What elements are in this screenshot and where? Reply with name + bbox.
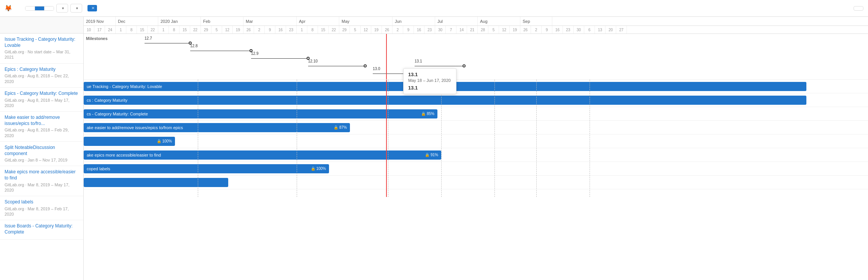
timeline-month: 2020 Jan (158, 17, 201, 26)
sidebar-item-meta: GitLab.org · Mar 8, 2019 – Feb 17, 2020 (5, 206, 79, 217)
gantt-bar-text: cs : Category Maturity (87, 98, 127, 102)
gantt-row[interactable]: coped labels🔒 100% (84, 162, 868, 176)
gantt-bar[interactable]: 🔒 100% (84, 137, 175, 146)
timeline-day: 23 (286, 26, 297, 34)
timeline-month: Dec (116, 17, 158, 26)
gantt-bar[interactable] (84, 178, 228, 187)
timeline-day: 15 (180, 26, 190, 34)
sidebar-item[interactable]: Scoped labels GitLab.org · Mar 8, 2019 –… (0, 196, 83, 220)
milestone-line (145, 43, 190, 43)
timeline-day: 1 (116, 26, 126, 34)
gantt-bar-percent: 🔒 87% (331, 125, 347, 130)
timeline-day: 13 (595, 26, 606, 34)
timeline-day: 15 (318, 26, 329, 34)
gantt-bar-percent: 🔒 100% (308, 166, 326, 171)
sidebar-item-meta: GitLab.org · Jan 8 – Nov 17, 2019 (5, 157, 79, 163)
milestone-line (190, 51, 251, 51)
sidebar-item[interactable]: Epics : Category Maturity GitLab.org · A… (0, 64, 83, 88)
gantt-row[interactable]: ake epics more accessible/easier to find… (84, 148, 868, 162)
timeline-day: 22 (148, 26, 158, 34)
gitlab-icon: 🦊 (5, 5, 12, 12)
vertical-grid-line (494, 80, 495, 197)
timeline-day: 2 (393, 26, 403, 34)
milestone-tooltip: 13.1 May 18 – Jun 17, 2020 13.1 (403, 68, 456, 94)
sidebar-item[interactable]: Split NoteableDiscussion component GitLa… (0, 142, 83, 166)
timeline-day: 12 (222, 26, 233, 34)
sidebar: Issue Tracking - Category Maturity: Lova… (0, 17, 84, 280)
milestones-label: Milestones (86, 36, 108, 41)
sidebar-item-title: Split NoteableDiscussion component (5, 145, 79, 157)
timeline-day: 20 (606, 26, 616, 34)
breadcrumb: 🦊 (5, 5, 17, 12)
sidebar-item-meta: GitLab.org · Aug 8, 2018 – Feb 29, 2020 (5, 127, 79, 138)
start-date-button[interactable] (854, 6, 863, 11)
milestones-header (0, 17, 83, 34)
label-filter: ✕ (84, 5, 97, 11)
sidebar-item-title: Make easier to add/remove issues/epics t… (5, 115, 79, 126)
sidebar-item[interactable]: Issue Tracking - Category Maturity: Lova… (0, 34, 83, 64)
sidebar-item[interactable]: Make easier to add/remove issues/epics t… (0, 112, 83, 142)
gantt-row[interactable]: ake easier to add/remove issues/epics to… (84, 121, 868, 134)
timeline-day: 8 (126, 26, 137, 34)
timeline-day: 19 (233, 26, 243, 34)
sidebar-item-title: Epics - Category Maturity: Complete (5, 91, 79, 97)
gantt-bar-text: coped labels (87, 166, 110, 171)
vertical-grid-line (441, 80, 442, 197)
timeline-day: 28 (478, 26, 488, 34)
recent-searches-button[interactable]: ▾ (70, 4, 82, 13)
timeline-day: 15 (137, 26, 148, 34)
gantt-bar[interactable]: ake epics more accessible/easier to find… (84, 150, 441, 160)
milestone-line (415, 66, 464, 66)
timeline-day: 26 (382, 26, 393, 34)
timeline-day: 30 (574, 26, 584, 34)
sidebar-item[interactable]: Issue Boards - Category Maturity: Comple… (0, 220, 83, 239)
timeline-day: 12 (499, 26, 510, 34)
gantt-bar[interactable]: coped labels🔒 100% (84, 164, 329, 173)
timeline-day: 7 (446, 26, 456, 34)
milestone-line (308, 66, 365, 66)
milestone-label: 13.1 (415, 59, 422, 63)
weeks-button[interactable] (45, 6, 54, 10)
timeline-months: 2019 NovDec2020 JanFebMarAprMayJunJulAug… (84, 17, 868, 26)
sidebar-item[interactable]: Epics - Category Maturity: Complete GitL… (0, 88, 83, 112)
timeline-month: Mar (243, 17, 297, 26)
milestone-label: 12.7 (145, 36, 152, 40)
sidebar-item[interactable]: Make epics more accessible/easier to fin… (0, 166, 83, 196)
top-bar: 🦊 ▾ ▾ ✕ (0, 0, 868, 17)
timeline-month: Aug (478, 17, 520, 26)
timeline-day: 29 (339, 26, 350, 34)
timeline-day: 1 (158, 26, 169, 34)
timeline-day: 26 (243, 26, 254, 34)
view-toggle (25, 6, 54, 11)
gantt-content: ue Tracking - Category Maturity: Lovable… (84, 80, 868, 232)
milestone-label: 12.8 (190, 44, 197, 48)
gantt-area[interactable]: 2019 NovDec2020 JanFebMarAprMayJunJulAug… (84, 17, 868, 280)
gantt-row[interactable] (84, 176, 868, 189)
open-epics-button[interactable]: ▾ (56, 4, 68, 13)
gantt-bar[interactable]: cs : Category Maturity (84, 96, 806, 105)
timeline-day: 16 (414, 26, 424, 34)
milestone-label: 12.10 (308, 59, 318, 63)
vertical-grid-line (297, 80, 297, 197)
timeline-day: 8 (169, 26, 180, 34)
label-tag-remove-icon[interactable]: ✕ (91, 6, 95, 11)
timeline-day: 5 (211, 26, 222, 34)
months-button[interactable] (35, 6, 45, 10)
gantt-bar-percent: 🔒 91% (422, 153, 438, 157)
gantt-bar[interactable]: ake easier to add/remove issues/epics to… (84, 123, 350, 132)
quarters-button[interactable] (25, 6, 35, 10)
timeline-day: 8 (307, 26, 318, 34)
gantt-row[interactable]: ue Tracking - Category Maturity: Lovable (84, 80, 868, 93)
timeline-day: 5 (350, 26, 361, 34)
gantt-bar-text: ake epics more accessible/easier to find (87, 153, 161, 157)
timeline-day: 2 (254, 26, 265, 34)
sidebar-item-meta: GitLab.org · Aug 8, 2018 – Dec 22, 2020 (5, 73, 79, 84)
timeline-days: 1017241815221815222951219262916231815222… (84, 26, 868, 34)
gantt-row[interactable]: cs : Category Maturity (84, 93, 868, 107)
timeline-day: 22 (329, 26, 339, 34)
milestone-line (251, 58, 308, 59)
gantt-row[interactable]: cs - Category Maturity: Complete🔒 85% (84, 107, 868, 121)
timeline-day: 26 (520, 26, 531, 34)
gantt-bar[interactable]: cs - Category Maturity: Complete🔒 85% (84, 109, 437, 118)
gantt-row[interactable]: 🔒 100% (84, 134, 868, 148)
